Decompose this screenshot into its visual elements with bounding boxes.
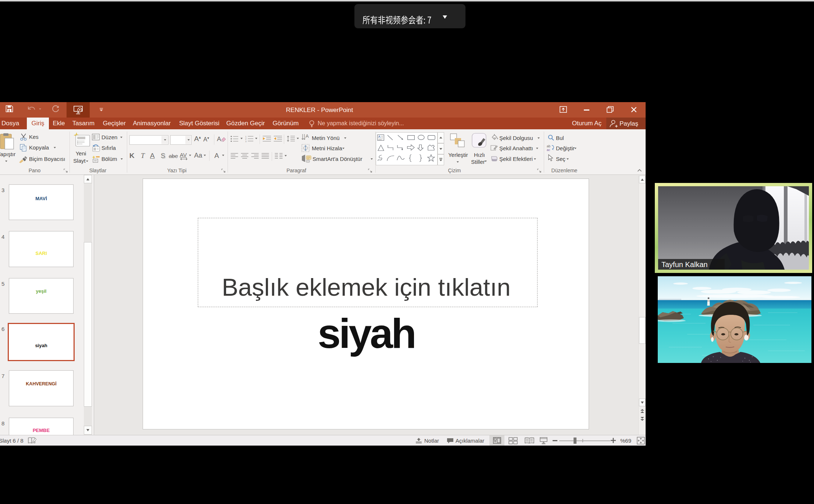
font-color-button[interactable]: A xyxy=(214,152,219,159)
slide-sorter-view-icon[interactable] xyxy=(508,437,518,444)
yazitipi-dialog-launcher[interactable] xyxy=(221,169,225,173)
select-label[interactable]: Seç xyxy=(556,156,565,162)
grow-font-button[interactable]: A▴ xyxy=(194,135,201,142)
shrink-font-button[interactable]: A▾ xyxy=(203,136,209,143)
panel-scrollbar[interactable] xyxy=(84,175,92,435)
slide-6-thumbnail[interactable]: siyah xyxy=(8,323,75,361)
participants-banner[interactable] xyxy=(354,4,465,28)
shape-oval-icon[interactable] xyxy=(418,135,425,140)
clear-formatting-icon[interactable]: A xyxy=(217,135,226,143)
select-icon[interactable] xyxy=(548,154,553,161)
tab-dosya[interactable]: Dosya xyxy=(1,118,19,129)
shape-right-arrow-icon[interactable] xyxy=(407,144,415,151)
comments-toggle-icon[interactable] xyxy=(447,438,454,444)
slide-word[interactable]: siyah xyxy=(318,310,415,357)
underline-button[interactable]: A xyxy=(150,152,155,159)
smartart-label[interactable]: SmartArt'a Dönüştür xyxy=(313,156,362,162)
shape-arc-icon[interactable] xyxy=(387,155,394,161)
shape-curve-icon[interactable] xyxy=(397,155,405,161)
close-icon[interactable] xyxy=(631,107,637,112)
smartart-icon[interactable] xyxy=(301,154,311,163)
align-right-icon[interactable] xyxy=(251,153,259,159)
undo-icon[interactable] xyxy=(27,106,36,112)
align-text-label[interactable]: Metni Hizala xyxy=(312,145,342,151)
copy-icon[interactable] xyxy=(20,144,27,152)
format-painter-icon[interactable] xyxy=(18,155,28,163)
text-direction-icon[interactable]: A xyxy=(301,134,310,142)
find-icon[interactable] xyxy=(548,134,554,140)
font-size-combo[interactable] xyxy=(170,135,192,145)
main-scrollbar-thumb[interactable] xyxy=(639,317,646,344)
slide-8-thumbnail[interactable]: PEMBE xyxy=(9,418,74,435)
shape-scribble-icon[interactable] xyxy=(377,155,383,162)
collapse-ribbon-icon[interactable] xyxy=(637,169,642,172)
font-name-combo[interactable] xyxy=(129,135,168,145)
shape-triangle-icon[interactable] xyxy=(378,145,384,151)
main-scroll-down-button[interactable] xyxy=(639,399,646,406)
slide-canvas[interactable]: Başlık eklemek için tıklatın siyah xyxy=(143,179,589,429)
reset-icon[interactable] xyxy=(92,144,100,152)
zoom-in-button[interactable] xyxy=(611,438,616,443)
normal-view-button[interactable] xyxy=(489,435,504,446)
strikethrough-button[interactable]: abe xyxy=(169,153,178,159)
zoom-slider-thumb[interactable] xyxy=(574,438,576,444)
replace-label[interactable]: Değiştir xyxy=(556,145,575,151)
shape-line-icon[interactable] xyxy=(387,135,393,140)
italic-button[interactable]: T xyxy=(141,152,145,159)
zoom-level[interactable]: %69 xyxy=(620,438,631,443)
video-tile-active-speaker[interactable]: Tayfun Kalkan xyxy=(655,183,812,273)
slide-3-thumbnail[interactable]: MAVİ xyxy=(9,184,74,220)
zoom-out-button[interactable] xyxy=(553,440,557,441)
panel-scroll-up-button[interactable] xyxy=(84,175,92,183)
align-left-icon[interactable] xyxy=(231,153,238,159)
shape-star-icon[interactable] xyxy=(427,154,435,162)
bullets-icon[interactable] xyxy=(231,136,239,142)
main-scrollbar[interactable] xyxy=(638,175,646,435)
quick-styles-button[interactable]: Hızlı Stiller xyxy=(470,133,489,165)
slide-4-thumbnail[interactable]: SARI xyxy=(9,231,74,267)
previous-slide-button[interactable] xyxy=(640,408,645,413)
fit-to-window-icon[interactable] xyxy=(637,437,645,444)
align-center-icon[interactable] xyxy=(241,153,249,159)
start-slideshow-button[interactable] xyxy=(67,102,90,118)
cut-label[interactable]: Kes xyxy=(29,134,39,140)
shape-elbow-arrow-icon[interactable] xyxy=(397,145,404,151)
slide-5-thumbnail[interactable]: yeşil xyxy=(9,278,74,314)
format-painter-label[interactable]: Biçim Boyacısı xyxy=(29,156,65,162)
shape-elbow-icon[interactable] xyxy=(388,145,393,151)
layout-label[interactable]: Düzen xyxy=(101,134,117,140)
main-scroll-up-button[interactable] xyxy=(639,176,646,183)
line-spacing-icon[interactable] xyxy=(287,135,295,142)
tab-ekle[interactable]: Ekle xyxy=(53,118,65,129)
tab-slayt-gosterisi[interactable]: Slayt Gösterisi xyxy=(179,118,219,129)
notes-page-icon[interactable] xyxy=(28,437,37,444)
reset-label[interactable]: Sıfırla xyxy=(101,145,116,151)
section-icon[interactable] xyxy=(92,155,100,162)
shape-arrow-icon[interactable] xyxy=(397,135,404,140)
panel-scrollbar-thumb[interactable] xyxy=(84,242,92,407)
decrease-indent-icon[interactable] xyxy=(263,136,271,142)
find-label[interactable]: Bul xyxy=(556,135,564,141)
tab-animasyonlar[interactable]: Animasyonlar xyxy=(133,118,171,129)
comments-toggle-label[interactable]: Açıklamalar xyxy=(456,438,484,443)
zoom-slider-track[interactable] xyxy=(559,440,610,441)
shapes-scroll-up[interactable] xyxy=(438,132,444,143)
section-label[interactable]: Bölüm xyxy=(101,156,117,162)
tellme-input[interactable]: Ne yapmak istediğinizi söyleyin... xyxy=(318,118,404,129)
shape-effects-icon[interactable] xyxy=(490,155,498,162)
justify-icon[interactable] xyxy=(261,153,269,159)
text-direction-label[interactable]: Metin Yönü xyxy=(312,135,340,141)
cut-icon[interactable] xyxy=(20,133,27,141)
redo-icon[interactable] xyxy=(51,105,60,113)
undo-caret[interactable] xyxy=(39,108,41,110)
change-case-button[interactable]: Aa xyxy=(194,152,202,159)
shape-freeform-icon[interactable] xyxy=(427,144,435,151)
columns-icon[interactable] xyxy=(275,153,283,159)
replace-icon[interactable]: ab ac xyxy=(547,144,555,151)
panel-scroll-down-button[interactable] xyxy=(84,426,92,435)
slide-7-thumbnail[interactable]: KAHVERENGİ xyxy=(9,370,74,406)
signin-button[interactable]: Oturum Aç xyxy=(572,118,601,129)
video-tile-participant[interactable] xyxy=(658,276,811,363)
notes-toggle-label[interactable]: Notlar xyxy=(424,438,439,443)
tab-tasarim[interactable]: Tasarım xyxy=(72,118,94,129)
